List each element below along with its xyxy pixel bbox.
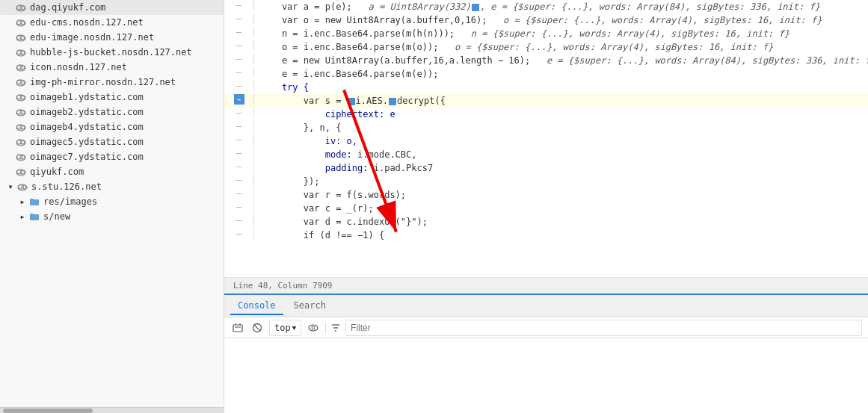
tree-item-label: oimageb4.ydstatic.com — [30, 122, 144, 132]
code-token: o = {$super: {...}, words: Array(4), sig… — [503, 15, 822, 25]
breakpoint-dot — [348, 98, 355, 105]
tree-item-hubble-js[interactable]: hubble-js-bucket.nosdn.127.net — [0, 45, 224, 60]
code-line: — o = i.enc.Base64.parse(m(o)); o = {$su… — [224, 40, 868, 54]
expand-icon: ▸ — [18, 212, 27, 221]
expand-icon: ▸ — [18, 197, 27, 206]
cursor-position: Line 48, Column 7909 — [233, 281, 332, 291]
line-text: var s = i.AES.decrypt({ — [254, 94, 868, 108]
code-token: e = {$super: {...}, words: Array(84), si… — [547, 55, 868, 66]
line-gutter: — — [224, 13, 254, 24]
scrollbar-thumb[interactable] — [3, 409, 93, 413]
cloud-icon — [15, 106, 27, 118]
code-token: n = {$super: {...}, words: Array(4), sig… — [471, 28, 789, 39]
line-text: mode: i.mode.CBC, — [254, 148, 868, 161]
context-selector[interactable]: top ▼ — [269, 320, 301, 336]
code-token: }, n, { — [260, 122, 341, 133]
tree-item-label: qiyukf.com — [30, 167, 84, 177]
code-token: o = i.enc.Base64.parse(m(o)); — [260, 42, 455, 52]
tree-item-dag[interactable]: dag.qiyukf.com — [0, 0, 224, 15]
line-text: padding: i.pad.Pkcs7 — [254, 161, 868, 175]
tree-item-edu-cms[interactable]: edu-cms.nosdn.127.net — [0, 15, 224, 30]
tab-console[interactable]: Console — [230, 297, 283, 315]
line-text: o = i.enc.Base64.parse(m(o)); o = {$supe… — [254, 40, 868, 54]
code-line: — var c = _(r); — [224, 202, 868, 215]
code-token: e = i.enc.Base64.parse(m(e)); — [260, 69, 438, 79]
tree-item-oimagec5[interactable]: oimagec5.ydstatic.com — [0, 134, 224, 149]
code-token: var c = _(r); — [260, 203, 374, 214]
tree-item-edu-image[interactable]: edu-image.nosdn.127.net — [0, 30, 224, 45]
console-tab-bar: Console Search — [224, 295, 868, 317]
line-number-dash: — — [236, 40, 241, 51]
code-editor: — var a = p(e); a = Uint8Array(332), e =… — [224, 0, 868, 277]
breakpoint-arrow[interactable]: → — [234, 94, 244, 105]
line-gutter: — — [224, 161, 254, 172]
code-token: var a = p(e); — [260, 1, 369, 12]
line-gutter: → — [224, 94, 254, 105]
cloud-icon — [15, 1, 27, 13]
line-number-dash: — — [236, 67, 241, 78]
code-line: — if (d !== −1) { — [224, 229, 868, 242]
clear-icon — [233, 323, 243, 333]
console-panel: Console Search top ▼ — [224, 294, 868, 413]
tree-item-res-images[interactable]: ▸res/images — [0, 194, 224, 209]
code-token: }); — [260, 176, 319, 187]
folder-icon — [28, 196, 40, 208]
breakpoint-dot — [472, 4, 479, 11]
line-text: }); — [254, 175, 868, 188]
tab-search[interactable]: Search — [286, 297, 333, 315]
line-number-dash: — — [236, 134, 241, 145]
eye-button[interactable] — [306, 320, 321, 335]
line-gutter: — — [224, 0, 254, 10]
horizontal-scrollbar[interactable] — [0, 407, 224, 413]
svg-rect-41 — [233, 325, 242, 332]
line-text: n = i.enc.Base64.parse(m(h(n))); n = {$s… — [254, 27, 868, 40]
tree-item-oimageb1[interactable]: oimageb1.ydstatic.com — [0, 90, 224, 105]
line-text: iv: o, — [254, 134, 868, 148]
code-line: — }, n, { — [224, 121, 868, 134]
block-button[interactable] — [250, 320, 265, 335]
code-line: — ciphertext: e — [224, 108, 868, 121]
tree-item-icon[interactable]: icon.nosdn.127.net — [0, 60, 224, 75]
cloud-icon — [15, 61, 27, 73]
line-number-dash: — — [236, 229, 241, 239]
tree-item-oimageb2[interactable]: oimageb2.ydstatic.com — [0, 105, 224, 119]
tree-item-img-ph[interactable]: img-ph-mirror.nosdn.127.net — [0, 75, 224, 90]
code-token: i.pad.Pkcs7 — [374, 163, 433, 173]
tree-item-s-stu[interactable]: ▾s.stu.126.net — [0, 179, 224, 194]
line-number-dash: — — [236, 215, 241, 226]
tree-item-oimageb4[interactable]: oimageb4.ydstatic.com — [0, 119, 224, 134]
cloud-icon — [15, 121, 27, 133]
tree-item-qiyukf[interactable]: qiyukf.com — [0, 164, 224, 179]
tree-item-label: img-ph-mirror.nosdn.127.net — [30, 77, 176, 87]
code-line: — e = new Uint8Array(a.buffer,16,a.lengt… — [224, 54, 868, 67]
code-token: var d = c.indexOf("}"); — [260, 217, 428, 227]
code-line: — n = i.enc.Base64.parse(m(h(n))); n = {… — [224, 27, 868, 40]
code-line: — mode: i.mode.CBC, — [224, 148, 868, 161]
line-number-dash: — — [236, 0, 241, 10]
line-gutter: — — [224, 40, 254, 51]
cloud-icon — [15, 91, 27, 103]
tree-item-label: s.stu.126.net — [31, 181, 102, 192]
code-token: e = new Uint8Array(a.buffer,16,a.length … — [260, 55, 547, 66]
tree-item-s-new[interactable]: ▸s/new — [0, 209, 224, 224]
code-token: iv: o, — [260, 136, 357, 146]
context-label: top — [274, 323, 291, 333]
code-token: , e = {$super: {...}, words: Array(84), … — [480, 1, 820, 12]
clear-console-button[interactable] — [230, 320, 245, 335]
line-number-dash: — — [236, 161, 241, 172]
cloud-icon — [15, 31, 27, 43]
code-token: if (d !== −1) { — [260, 230, 384, 240]
tree-item-label: res/images — [43, 196, 97, 207]
filter-input[interactable] — [345, 320, 862, 336]
line-gutter: — — [224, 81, 254, 91]
status-bar: Line 48, Column 7909 — [224, 277, 868, 294]
cloud-icon — [15, 16, 27, 28]
block-icon — [252, 323, 262, 333]
code-token: ciphertext: e — [260, 109, 395, 119]
tree-item-oimagec7[interactable]: oimagec7.ydstatic.com — [0, 149, 224, 164]
cloud-icon — [15, 166, 27, 178]
folder-icon — [28, 211, 40, 223]
code-line: — }); — [224, 175, 868, 188]
code-token: var r = f(s.words); — [260, 190, 406, 200]
line-text: var c = _(r); — [254, 202, 868, 215]
